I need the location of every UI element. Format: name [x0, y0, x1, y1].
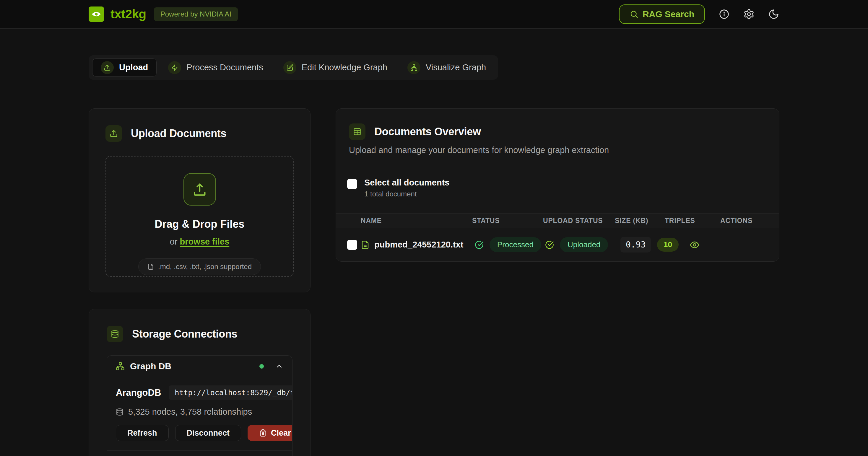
- processed-badge: Processed: [490, 237, 541, 252]
- supported-formats-text: .md, .csv, .txt, .json supported: [158, 263, 252, 271]
- connection-url: http://localhost:8529/_db/txt2kg: [169, 385, 292, 400]
- triples-cell: 10: [655, 238, 688, 252]
- tab-visualize-graph[interactable]: Visualize Graph: [399, 59, 495, 76]
- db-panel: Graph DB ArangoDB http://localhost:8529/…: [107, 355, 292, 456]
- disconnect-button[interactable]: Disconnect: [175, 425, 241, 441]
- tab-process-documents[interactable]: Process Documents: [159, 59, 272, 76]
- supported-formats-badge: .md, .csv, .txt, .json supported: [138, 258, 261, 275]
- settings-button[interactable]: [743, 8, 754, 20]
- tab-visualize-graph-label: Visualize Graph: [426, 63, 486, 72]
- graph-db-status-dot-connected: [259, 364, 264, 368]
- vector-db-header[interactable]: Vector DB: [107, 450, 292, 456]
- refresh-label: Refresh: [127, 428, 157, 438]
- upload-card-title: Upload Documents: [131, 127, 226, 140]
- tab-bar: Upload Process Documents Edit Knowledge …: [89, 55, 498, 80]
- zap-icon: [168, 61, 181, 74]
- size-value: 0.93: [620, 237, 651, 253]
- dropzone-or-text: or: [170, 237, 180, 246]
- status-cell: Processed: [472, 237, 543, 252]
- storage-connections-card: Storage Connections Graph DB: [89, 309, 311, 456]
- table-header-status: STATUS: [472, 217, 543, 225]
- dropzone-title: Drag & Drop Files: [106, 218, 293, 230]
- select-all-row: Select all documents 1 total document: [336, 166, 779, 213]
- eye-icon: [689, 240, 700, 250]
- upload-tab-icon: [101, 61, 114, 74]
- select-all-text-block: Select all documents 1 total document: [364, 178, 450, 198]
- table-header-upload-status: UPLOAD STATUS: [543, 217, 611, 225]
- table-header-triples: TRIPLES: [655, 217, 688, 225]
- documents-overview-card: Documents Overview Upload and manage you…: [336, 108, 779, 262]
- app-header: txt2kg Powered by NVIDIA AI RAG Search: [0, 0, 868, 29]
- refresh-button[interactable]: Refresh: [116, 425, 169, 441]
- network-icon: [407, 61, 421, 74]
- chevron-up-icon[interactable]: [275, 362, 283, 370]
- info-icon: [718, 8, 730, 20]
- nvidia-logo: [89, 6, 104, 22]
- nvidia-eye-icon: [91, 9, 102, 20]
- trash-icon: [259, 429, 267, 437]
- select-all-checkbox[interactable]: [347, 179, 357, 189]
- storage-card-title: Storage Connections: [132, 328, 237, 340]
- clear-label: Clear: [271, 428, 291, 438]
- graph-db-header[interactable]: Graph DB: [107, 356, 292, 377]
- graph-network-icon: [116, 362, 125, 371]
- stats-text: 5,325 nodes, 3,758 relationships: [128, 407, 252, 417]
- view-document-button[interactable]: [688, 238, 701, 252]
- info-button[interactable]: [718, 8, 730, 20]
- documents-card-subtitle: Upload and manage your documents for kno…: [349, 145, 766, 166]
- file-icon: [148, 263, 154, 270]
- size-cell: 0.93: [611, 237, 655, 253]
- uploaded-badge: Uploaded: [560, 237, 608, 252]
- upload-documents-card: Upload Documents Drag & Drop Files or br…: [89, 108, 311, 292]
- dropzone-subtitle: or browse files: [106, 237, 293, 247]
- theme-toggle-button[interactable]: [768, 8, 779, 20]
- graph-db-stats: 5,325 nodes, 3,758 relationships: [116, 407, 283, 417]
- tab-edit-knowledge-graph[interactable]: Edit Knowledge Graph: [275, 59, 396, 76]
- browse-files-link[interactable]: browse files: [180, 237, 229, 246]
- row-checkbox[interactable]: [347, 240, 357, 250]
- stats-database-icon: [116, 408, 123, 416]
- app-title: txt2kg: [111, 7, 146, 21]
- documents-table-header: NAME STATUS UPLOAD STATUS SIZE (KB) TRIP…: [336, 213, 779, 228]
- dropzone[interactable]: Drag & Drop Files or browse files .md, .…: [105, 156, 294, 277]
- upload-card-icon: [105, 125, 122, 142]
- table-icon: [349, 124, 366, 140]
- rag-search-button[interactable]: RAG Search: [619, 4, 705, 24]
- file-text-icon: [361, 240, 370, 249]
- document-name: pubmed_24552120.txt: [374, 240, 463, 250]
- powered-badge: Powered by NVIDIA AI: [154, 7, 238, 21]
- upload-status-cell: Uploaded: [543, 237, 611, 252]
- database-icon: [107, 326, 123, 342]
- document-table-row: pubmed_24552120.txt Processed Uploaded 0…: [336, 228, 779, 261]
- provider-name: ArangoDB: [116, 388, 161, 398]
- gear-icon: [743, 8, 754, 20]
- table-header-size: SIZE (KB): [611, 217, 655, 225]
- actions-cell: [688, 238, 779, 252]
- tab-edit-knowledge-graph-label: Edit Knowledge Graph: [302, 63, 387, 72]
- moon-icon: [768, 8, 779, 20]
- row-checkbox-cell: [336, 240, 361, 250]
- tab-process-documents-label: Process Documents: [186, 63, 263, 72]
- tab-upload[interactable]: Upload: [92, 59, 157, 76]
- select-all-label: Select all documents: [364, 178, 450, 188]
- table-header-name: NAME: [361, 217, 472, 225]
- disconnect-label: Disconnect: [187, 428, 230, 438]
- select-all-count: 1 total document: [364, 190, 450, 198]
- graph-db-body: ArangoDB http://localhost:8529/_db/txt2k…: [107, 377, 292, 450]
- documents-card-title: Documents Overview: [374, 126, 481, 138]
- rag-search-label: RAG Search: [643, 9, 694, 19]
- document-name-cell: pubmed_24552120.txt: [361, 240, 472, 250]
- uploaded-check-icon: [545, 240, 554, 249]
- clear-button[interactable]: Clear: [248, 425, 292, 441]
- dropzone-upload-icon: [183, 173, 216, 205]
- search-icon: [629, 10, 639, 19]
- tab-upload-label: Upload: [119, 63, 148, 72]
- graph-db-label: Graph DB: [130, 361, 172, 371]
- edit-pen-icon: [283, 61, 296, 74]
- table-header-actions: ACTIONS: [688, 217, 779, 225]
- processed-check-icon: [475, 240, 484, 249]
- triples-badge: 10: [657, 238, 679, 252]
